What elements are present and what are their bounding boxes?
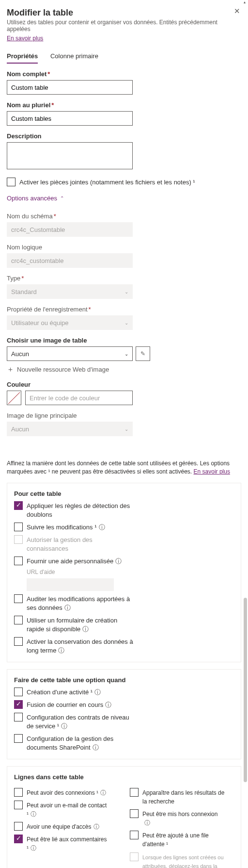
tab-properties[interactable]: Propriétés xyxy=(7,49,38,64)
quick-create-label: Utiliser un formulaire de création rapid… xyxy=(27,616,133,634)
chevron-down-icon: ⌄ xyxy=(124,320,128,326)
table-image-select[interactable]: Aucun⌄ xyxy=(7,346,133,361)
info-icon[interactable]: ⓘ xyxy=(93,822,99,831)
search-label: Apparaître dans les résultats de la rech… xyxy=(142,788,225,806)
info-icon[interactable]: ⓘ xyxy=(115,557,122,566)
display-name-input[interactable] xyxy=(7,80,133,95)
schema-name-input xyxy=(7,222,133,237)
info-icon[interactable]: ⓘ xyxy=(58,646,64,655)
plus-icon: ＋ xyxy=(7,365,14,374)
connections-label: Peut avoir des connexions ¹ⓘ xyxy=(27,788,106,797)
feedback-label: Peut être lié aux commentaires ¹ⓘ xyxy=(27,835,109,852)
info-icon[interactable]: ⓘ xyxy=(99,523,105,532)
mail-merge-label: Fusion de courrier en coursⓘ xyxy=(27,700,111,709)
refine-text: Affinez la manière dont les données de c… xyxy=(7,460,230,475)
knowledge-label: Autoriser la gestion des connaissances xyxy=(27,535,133,553)
sla-label: Configuration des contrats de niveau de … xyxy=(27,713,133,731)
info-icon[interactable]: ⓘ xyxy=(31,844,36,852)
chevron-down-icon: ⌄ xyxy=(124,426,128,432)
card-title: Faire de cette table une option quand xyxy=(14,676,234,684)
card-title: Lignes dans cette table xyxy=(14,773,234,781)
access-team-label: Avoir une équipe d'accèsⓘ xyxy=(27,822,99,831)
edit-image-button[interactable]: ✎ xyxy=(136,346,150,361)
dup-detection-checkbox[interactable] xyxy=(14,501,23,510)
quick-create-checkbox[interactable] xyxy=(14,616,23,624)
attachments-label: Activer les pièces jointes (notamment le… xyxy=(19,178,195,187)
contact-email-label: Peut avoir un e-mail de contact ¹ⓘ xyxy=(27,801,109,819)
info-icon[interactable]: ⓘ xyxy=(31,810,36,819)
color-label: Couleur xyxy=(7,381,241,388)
track-changes-checkbox[interactable] xyxy=(14,523,23,531)
display-name-label: Nom complet* xyxy=(7,70,241,78)
table-image-label: Choisir une image de table xyxy=(7,337,241,344)
ownership-label: Propriété de l'enregistrement* xyxy=(7,306,241,313)
description-label: Description xyxy=(7,132,241,140)
card-for-this-table: Pour cette table Appliquer les règles de… xyxy=(7,483,241,662)
track-changes-label: Suivre les modifications ¹ⓘ xyxy=(27,523,105,532)
help-url-label: URL d'aide xyxy=(27,569,234,575)
offline-checkbox[interactable] xyxy=(130,809,139,818)
description-input[interactable] xyxy=(7,142,133,169)
chevron-down-icon: ⌄ xyxy=(124,289,128,295)
plural-name-input[interactable] xyxy=(7,111,133,126)
sharepoint-checkbox[interactable] xyxy=(14,734,23,743)
queue-default-checkbox xyxy=(130,852,139,861)
card-rows-in-table: Lignes dans cette table Peut avoir des c… xyxy=(7,766,241,868)
retention-label: Activer la conservation des données à lo… xyxy=(27,637,133,655)
ownership-select: Utilisateur ou équipe⌄ xyxy=(7,315,133,330)
refine-learn-more-link[interactable]: En savoir plus xyxy=(194,468,230,475)
info-icon[interactable]: ⓘ xyxy=(64,604,71,612)
type-label: Type* xyxy=(7,275,241,282)
retention-checkbox[interactable] xyxy=(14,637,23,646)
panel-title: Modifier la table xyxy=(7,8,241,18)
new-web-resource-link[interactable]: ＋Nouvelle ressource Web d'image xyxy=(7,365,109,374)
mail-merge-checkbox[interactable] xyxy=(14,700,23,709)
audit-checkbox[interactable] xyxy=(14,594,23,603)
queue-checkbox[interactable] xyxy=(130,831,139,839)
activity-checkbox[interactable] xyxy=(14,688,23,696)
close-icon[interactable]: ✕ xyxy=(234,7,240,16)
activity-label: Création d'une activité ¹ⓘ xyxy=(27,688,101,697)
dup-detection-label: Appliquer les règles de détection des do… xyxy=(27,501,133,519)
info-icon[interactable]: ⓘ xyxy=(100,788,106,797)
card-title: Pour cette table xyxy=(14,490,234,497)
advanced-options-toggle[interactable]: Options avancées⌃ xyxy=(7,195,64,202)
offline-label: Peut être mis hors connexionⓘ xyxy=(142,809,225,827)
chevron-down-icon: ⌄ xyxy=(124,351,128,357)
tab-primary-column[interactable]: Colonne primaire xyxy=(50,49,98,63)
chevron-up-icon: ⌃ xyxy=(60,196,64,201)
audit-label: Auditer les modifications apportées à se… xyxy=(27,594,133,612)
primary-image-select: Aucun⌄ xyxy=(7,422,133,436)
sharepoint-label: Configuration de la gestion des document… xyxy=(27,734,133,752)
custom-help-checkbox[interactable] xyxy=(14,557,23,565)
info-icon[interactable]: ⓘ xyxy=(61,722,67,731)
info-icon[interactable]: ⓘ xyxy=(144,819,150,827)
type-select: Standard⌄ xyxy=(7,284,133,299)
info-icon[interactable]: ⓘ xyxy=(93,743,99,752)
access-team-checkbox[interactable] xyxy=(14,822,23,831)
queue-note-label: Lorsque des lignes sont créées ou attrib… xyxy=(142,852,225,868)
logical-name-label: Nom logique xyxy=(7,244,241,251)
info-icon[interactable]: ⓘ xyxy=(105,701,111,709)
panel-subtitle: Utilisez des tables pour contenir et org… xyxy=(7,19,241,33)
color-swatch[interactable] xyxy=(7,391,21,405)
search-checkbox[interactable] xyxy=(130,788,139,797)
logical-name-input xyxy=(7,253,133,268)
learn-more-link[interactable]: En savoir plus xyxy=(7,35,43,42)
info-icon[interactable]: ⓘ xyxy=(94,688,101,697)
scrollbar-thumb[interactable] xyxy=(244,598,247,782)
plural-name-label: Nom au pluriel* xyxy=(7,101,241,109)
feedback-checkbox[interactable] xyxy=(14,835,23,843)
color-input[interactable] xyxy=(25,391,133,405)
knowledge-checkbox xyxy=(14,535,23,544)
sla-checkbox[interactable] xyxy=(14,713,23,721)
help-url-input xyxy=(27,578,114,591)
card-make-option-when: Faire de cette table une option quand Cr… xyxy=(7,669,241,759)
attachments-checkbox[interactable] xyxy=(7,178,16,186)
info-icon[interactable]: ⓘ xyxy=(82,625,89,634)
primary-image-label: Image de ligne principale xyxy=(7,412,241,419)
queue-label: Peut être ajouté à une file d'attente ¹ xyxy=(142,831,225,849)
schema-name-label: Nom du schéma* xyxy=(7,213,241,220)
contact-email-checkbox[interactable] xyxy=(14,801,23,809)
connections-checkbox[interactable] xyxy=(14,788,23,797)
